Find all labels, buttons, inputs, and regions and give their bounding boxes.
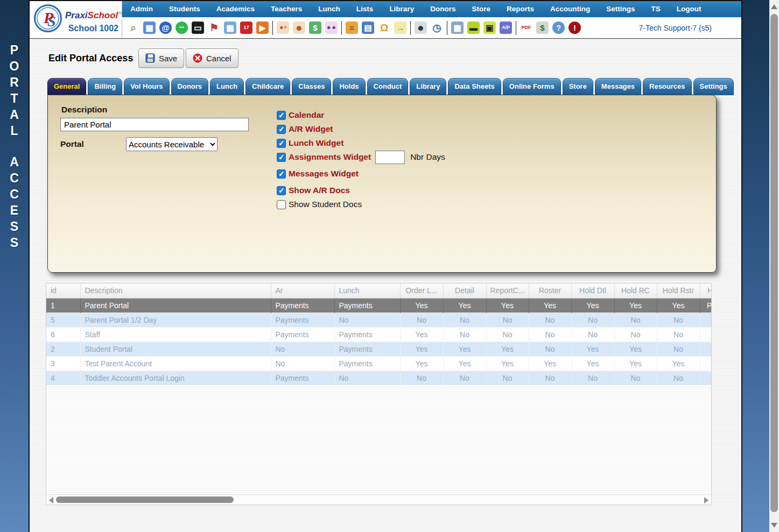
nav-item-teachers[interactable]: Teachers [263, 1, 310, 17]
col-detail[interactable]: Detail [443, 283, 486, 298]
tab-conduct[interactable]: Conduct [367, 78, 409, 95]
scroll-left-arrow-icon[interactable] [49, 497, 53, 503]
show-student-docs-checkbox[interactable] [277, 200, 286, 209]
tab-donors[interactable]: Donors [171, 78, 209, 95]
scroll-right-arrow-icon[interactable] [704, 497, 708, 503]
col-reportc[interactable]: ReportC... [486, 283, 529, 298]
grid-row-1[interactable]: 1Parent PortalPaymentsPaymentsYesYesYesY… [46, 298, 712, 313]
nav-item-library[interactable]: Library [381, 1, 422, 17]
col-lunch[interactable]: Lunch [334, 283, 400, 298]
col-hold-rc[interactable]: Hold RC [614, 283, 657, 298]
vertical-scroll-thumb[interactable] [770, 14, 778, 512]
save-button[interactable]: Save [138, 48, 184, 68]
grid-cell: No [443, 327, 486, 342]
scroll-down-arrow-icon[interactable] [771, 523, 777, 528]
col-description[interactable]: Description [80, 283, 271, 298]
tab-store[interactable]: Store [563, 78, 593, 95]
col-id[interactable]: id [46, 283, 80, 298]
portal-access-grid: idDescriptionArLunchOrder L...DetailRepo… [46, 283, 712, 505]
spreadsheet-icon[interactable]: ▦ [451, 22, 464, 34]
nav-item-donors[interactable]: Donors [422, 1, 464, 17]
col-ar[interactable]: Ar [271, 283, 334, 298]
grid-row-6[interactable]: 6StaffPaymentsPaymentsYesNoNoNoNoNoNo [46, 327, 712, 342]
calendar-date-icon[interactable]: 17 [240, 22, 252, 34]
a-r-widget-checkbox[interactable] [277, 125, 286, 134]
nav-item-settings[interactable]: Settings [598, 1, 643, 17]
staff-icon[interactable]: ☻ [415, 22, 427, 34]
tab-billing[interactable]: Billing [88, 78, 122, 95]
notebook-icon[interactable]: ▤ [362, 22, 374, 34]
nav-item-academics[interactable]: Academics [208, 1, 263, 17]
grid-row-4[interactable]: 4Toddler Accounts Portal LoginPaymentsNo… [46, 371, 712, 385]
cancel-button[interactable]: Cancel [186, 48, 238, 68]
tab-vol-hours[interactable]: Vol Hours [124, 78, 169, 95]
grid-horizontal-scrollbar[interactable] [46, 494, 711, 505]
search-icon[interactable]: ⌕ [127, 22, 139, 34]
bell-icon[interactable]: Ω [378, 22, 390, 34]
nav-item-logout[interactable]: Logout [669, 1, 710, 17]
tab-online-forms[interactable]: Online Forms [503, 78, 561, 95]
stop-icon[interactable]: ! [569, 22, 581, 34]
pdf-icon[interactable]: PDF [520, 22, 532, 34]
messages-widget-checkbox[interactable] [277, 169, 286, 179]
nav-item-ts[interactable]: TS [643, 1, 668, 17]
tab-general[interactable]: General [47, 78, 86, 95]
mobile-phone-icon[interactable]: ▭ [192, 22, 204, 34]
clock-icon[interactable]: ◷ [431, 22, 443, 34]
tab-lunch[interactable]: Lunch [210, 78, 244, 95]
lunch-icon[interactable]: ≡ [346, 22, 358, 34]
portal-access-table: idDescriptionArLunchOrder L...DetailRepo… [46, 283, 712, 386]
add-person-icon[interactable]: ☻+ [277, 22, 289, 34]
mute-flag-icon[interactable]: ⚑ [208, 22, 220, 34]
schedule-calendar-icon[interactable]: ▦ [224, 22, 236, 34]
show-a-r-docs-checkbox[interactable] [277, 186, 286, 195]
check-card-icon[interactable]: ▬ [467, 22, 480, 34]
assignments-widget-checkbox[interactable] [277, 153, 286, 162]
grid-row-3[interactable]: 3Test Parent AccountNoPaymentsYesYesYesY… [46, 356, 712, 371]
description-input[interactable] [60, 118, 249, 131]
nav-item-lunch[interactable]: Lunch [310, 1, 348, 17]
scroll-up-arrow-icon[interactable] [771, 4, 777, 9]
email-icon[interactable]: @ [159, 22, 172, 34]
tab-settings[interactable]: Settings [693, 78, 734, 95]
print-check-icon[interactable]: ▣ [483, 22, 496, 34]
page-vertical-scrollbar[interactable] [769, 0, 779, 532]
nav-item-admin[interactable]: Admin [122, 1, 161, 17]
chat-icon[interactable]: ••• [176, 22, 188, 34]
calendar-checkbox[interactable] [277, 111, 286, 120]
portal-select[interactable]: Accounts Receivable [126, 137, 217, 151]
people-icon[interactable]: ☻☻ [325, 22, 338, 34]
nav-item-reports[interactable]: Reports [499, 1, 542, 17]
col-roster[interactable]: Roster [529, 283, 571, 298]
money-icon[interactable]: $ [309, 22, 321, 34]
nav-item-store[interactable]: Store [464, 1, 499, 17]
tab-messages[interactable]: Messages [595, 78, 641, 95]
banner-letter: R [10, 74, 19, 90]
col-ho[interactable]: Ho [700, 283, 712, 298]
tab-resources[interactable]: Resources [643, 78, 691, 95]
nav-item-students[interactable]: Students [161, 1, 208, 17]
person-icon[interactable]: ☻ [293, 22, 305, 34]
tab-childcare[interactable]: Childcare [245, 78, 290, 95]
grid-row-5[interactable]: 5Parent Portal 1/2 DayPaymentsNoNoNoNoNo… [46, 313, 712, 327]
forward-note-icon[interactable]: → [394, 22, 406, 34]
nbr-days-input[interactable] [375, 151, 405, 164]
tab-holds[interactable]: Holds [333, 78, 365, 95]
tab-data-sheets[interactable]: Data Sheets [448, 78, 501, 95]
banner-letter: O [10, 58, 19, 74]
tab-library[interactable]: Library [410, 78, 446, 95]
col-hold-rstr[interactable]: Hold Rstr [657, 283, 700, 298]
megaphone-icon[interactable]: ▶ [256, 22, 269, 34]
photo-grid-icon[interactable]: ▦ [143, 22, 156, 34]
ap-badge-icon[interactable]: A/P [500, 22, 512, 34]
col-hold-dtl[interactable]: Hold Dtl [571, 283, 614, 298]
grid-row-2[interactable]: 2Student PortalNoPaymentsYesYesYesNoYesY… [46, 342, 712, 356]
nav-item-lists[interactable]: Lists [348, 1, 382, 17]
horizontal-scroll-thumb[interactable] [56, 496, 234, 503]
tab-classes[interactable]: Classes [292, 78, 331, 95]
help-icon[interactable]: ? [552, 22, 565, 34]
nav-item-accounting[interactable]: Accounting [542, 1, 598, 17]
cash-register-icon[interactable]: $ [536, 22, 549, 34]
lunch-widget-checkbox[interactable] [277, 139, 286, 148]
col-order-l[interactable]: Order L... [400, 283, 443, 298]
